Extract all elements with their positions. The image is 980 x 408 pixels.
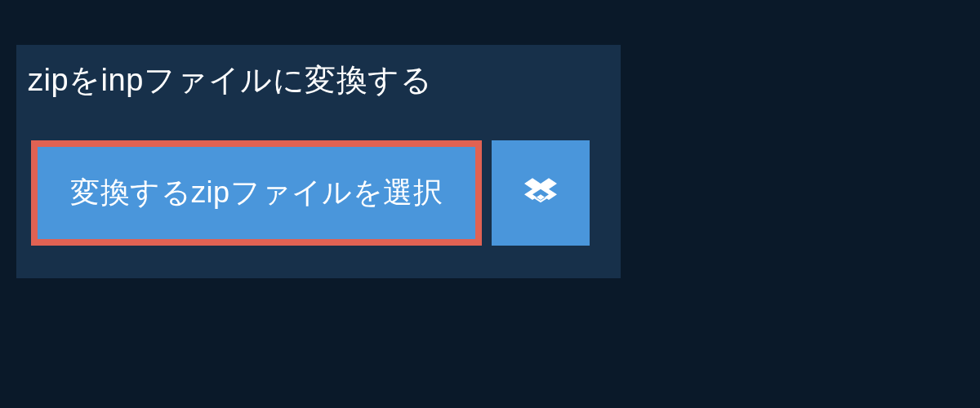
dropbox-icon (524, 175, 557, 211)
conversion-panel: zipをinpファイルに変換する 変換するzipファイルを選択 (16, 45, 621, 278)
page-title: zipをinpファイルに変換する (28, 60, 432, 101)
dropbox-button[interactable] (492, 140, 590, 246)
heading-wrap: zipをinpファイルに変換する (16, 45, 455, 116)
select-file-button[interactable]: 変換するzipファイルを選択 (31, 140, 482, 246)
button-row: 変換するzipファイルを選択 (31, 140, 621, 246)
